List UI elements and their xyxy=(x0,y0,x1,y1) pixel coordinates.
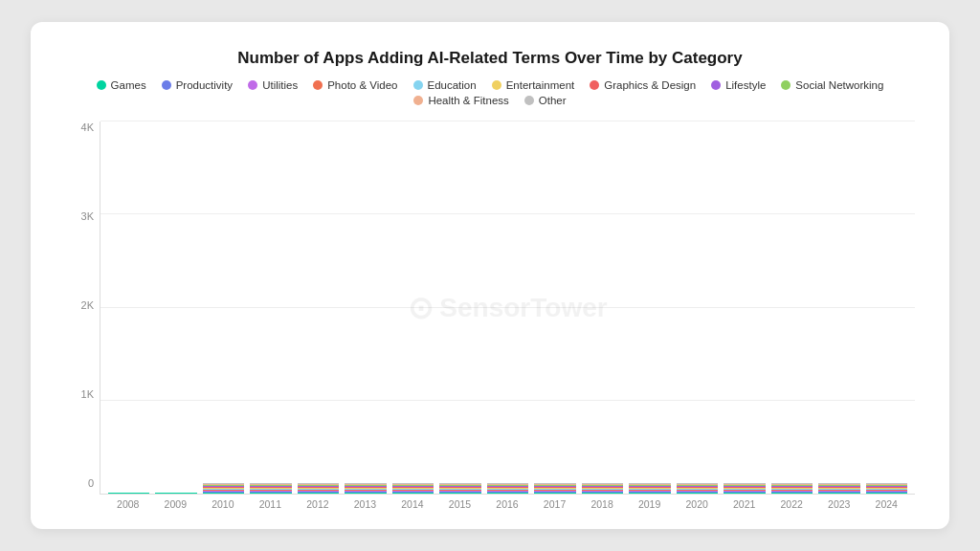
legend-item: Other xyxy=(524,95,567,106)
bar-group xyxy=(439,483,480,494)
legend-label: Games xyxy=(111,79,146,91)
bar-segment xyxy=(771,493,813,494)
bars-container xyxy=(100,121,915,494)
bar-segment xyxy=(582,493,623,494)
legend-color xyxy=(413,96,423,105)
y-axis-label: 4K xyxy=(65,121,100,133)
legend-item: Social Networking xyxy=(781,79,883,91)
x-axis: 2008200920102011201220132014201520162017… xyxy=(100,495,915,510)
x-axis-label: 2020 xyxy=(676,498,718,510)
legend-color xyxy=(413,80,423,90)
legend-color xyxy=(492,80,501,90)
y-axis-label: 1K xyxy=(65,388,100,400)
x-axis-label: 2018 xyxy=(581,498,623,510)
x-axis-label: 2022 xyxy=(770,498,813,510)
bar-segment xyxy=(677,493,718,494)
legend-color xyxy=(781,80,791,90)
legend-label: Education xyxy=(428,79,477,91)
bar-segment xyxy=(155,493,196,494)
chart-area: 01K2K3K4K ⊙ SensorTower 2008200920102011… xyxy=(65,121,915,510)
bar-group xyxy=(203,483,244,494)
x-axis-label: 2016 xyxy=(486,498,528,510)
legend-color xyxy=(313,80,323,90)
x-axis-label: 2017 xyxy=(534,498,576,510)
legend-item: Photo & Video xyxy=(313,79,397,91)
bar-segment xyxy=(818,493,859,494)
bar-segment xyxy=(298,493,339,494)
bar-segment xyxy=(534,493,575,494)
x-axis-label: 2023 xyxy=(818,498,860,510)
legend-label: Graphics & Design xyxy=(604,79,696,91)
legend-label: Health & Fitness xyxy=(428,95,508,106)
bar-group xyxy=(345,483,386,494)
bar-group xyxy=(250,483,291,494)
x-axis-label: 2019 xyxy=(629,498,671,510)
legend-item: Education xyxy=(413,79,477,91)
bars-area: ⊙ SensorTower xyxy=(100,121,915,495)
bar-segment xyxy=(203,493,244,494)
legend-item: Games xyxy=(97,79,146,91)
bar-group xyxy=(534,483,575,494)
legend-color xyxy=(162,80,171,90)
bar-segment xyxy=(108,493,149,494)
x-axis-label: 2011 xyxy=(250,498,292,510)
x-axis-label: 2015 xyxy=(439,498,481,510)
legend-label: Lifestyle xyxy=(725,79,766,91)
legend-item: Graphics & Design xyxy=(590,79,696,91)
legend-label: Other xyxy=(539,95,567,106)
legend-label: Utilities xyxy=(262,79,298,91)
legend-item: Entertainment xyxy=(492,79,575,91)
x-axis-label: 2010 xyxy=(202,498,244,510)
bar-group xyxy=(724,483,765,494)
x-axis-label: 2012 xyxy=(297,498,339,510)
bar-segment xyxy=(392,493,434,494)
bar-group xyxy=(771,483,813,494)
legend-label: Photo & Video xyxy=(327,79,397,91)
bar-segment xyxy=(487,493,528,494)
bar-segment xyxy=(866,493,907,494)
bar-group xyxy=(818,483,859,494)
bar-segment xyxy=(250,493,291,494)
y-axis-label: 3K xyxy=(65,210,100,222)
chart-title: Number of Apps Adding AI-Related Terms O… xyxy=(65,49,915,68)
bar-segment xyxy=(345,493,386,494)
legend-item: Lifestyle xyxy=(711,79,766,91)
legend-label: Productivity xyxy=(176,79,233,91)
bar-segment xyxy=(439,493,480,494)
legend-item: Utilities xyxy=(248,79,298,91)
x-axis-label: 2008 xyxy=(107,498,149,510)
bar-group xyxy=(629,483,670,494)
x-axis-label: 2014 xyxy=(391,498,434,510)
legend-color xyxy=(524,96,534,105)
x-axis-label: 2021 xyxy=(724,498,766,510)
y-axis-label: 0 xyxy=(65,477,100,489)
chart-card: Number of Apps Adding AI-Related Terms O… xyxy=(31,22,949,529)
bar-group xyxy=(677,483,718,494)
legend-color xyxy=(248,80,257,90)
legend-color xyxy=(97,80,106,90)
legend-label: Entertainment xyxy=(506,79,575,91)
legend-item: Productivity xyxy=(162,79,233,91)
bar-group xyxy=(108,493,149,494)
x-axis-label: 2024 xyxy=(866,498,908,510)
legend-color xyxy=(590,80,599,90)
chart-legend: GamesProductivityUtilitiesPhoto & VideoE… xyxy=(65,79,915,106)
bar-segment xyxy=(724,493,765,494)
bar-group xyxy=(298,483,339,494)
bar-group xyxy=(866,483,907,494)
x-axis-label: 2013 xyxy=(345,498,387,510)
bar-group xyxy=(155,493,196,494)
legend-label: Social Networking xyxy=(795,79,883,91)
legend-color xyxy=(711,80,721,90)
y-axis-label: 2K xyxy=(65,299,100,311)
chart-inner: ⊙ SensorTower 20082009201020112012201320… xyxy=(100,121,915,510)
bar-group xyxy=(487,483,528,494)
x-axis-label: 2009 xyxy=(155,498,197,510)
y-axis: 01K2K3K4K xyxy=(65,121,100,510)
bar-segment xyxy=(629,493,670,494)
bar-group xyxy=(582,483,623,494)
legend-item: Health & Fitness xyxy=(413,95,508,106)
bar-group xyxy=(392,483,434,494)
